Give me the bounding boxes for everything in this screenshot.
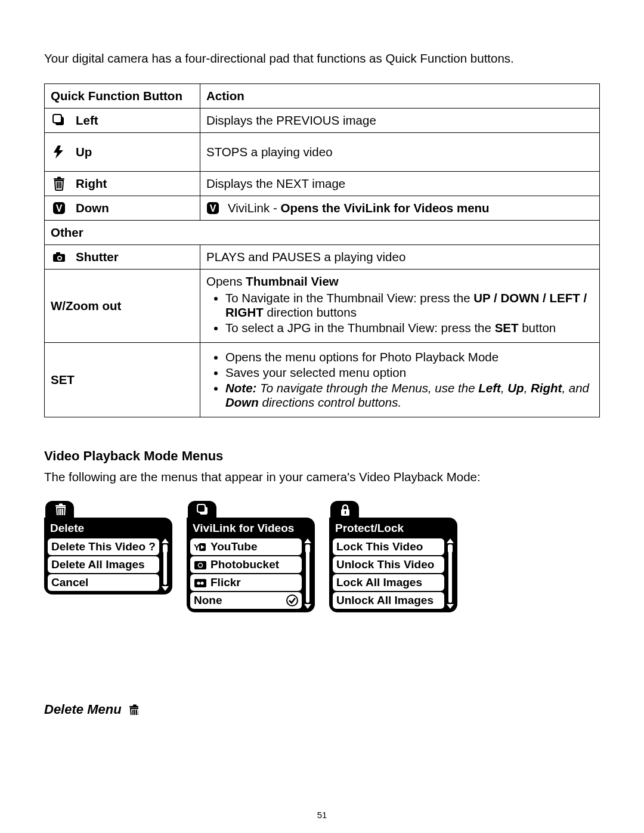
scrollbar[interactable] [304,538,311,609]
c3: , and [562,381,589,395]
menu-protect: Protect/Lock Lock This Video Unlock This… [329,501,457,612]
table-row: Up STOPS a playing video [45,133,600,172]
action-down-prefix: ViviLink - [228,201,281,215]
set-bold1: Left [478,381,501,395]
set-b1: Opens the menu options for Photo Playbac… [225,350,593,364]
btn-right-label: Right [76,176,107,191]
c2: , [524,381,531,395]
menu-item-flickr[interactable]: Flickr [190,574,302,591]
menu-delete: Delete Delete This Video ? Delete All Im… [44,501,172,594]
video-playback-sub: The following are the menus that appear … [44,470,600,484]
menu-vivilink: ViviLink for Videos YouTube Photobucket [187,501,315,612]
youtube-label: YouTube [210,540,257,553]
page-number: 51 [0,810,644,820]
youtube-icon [194,541,207,552]
quick-function-table: Quick Function Button Action Left Displa… [44,83,600,417]
delete-tab-icon [45,501,74,518]
table-row: Down ViviLink - Opens the ViviLink for V… [45,196,600,221]
wzoom-b1-suffix: direction buttons [264,305,357,319]
table-row: Right Displays the NEXT image [45,172,600,196]
menu-item-delete-all[interactable]: Delete All Images [48,556,159,573]
set-t2: directions control buttons. [259,395,401,409]
menu-item-youtube[interactable]: YouTube [190,538,302,555]
menu-item-lock-all[interactable]: Lock All Images [333,574,444,591]
intro-text: Your digital camera has a four-direction… [44,51,600,66]
trash-icon [51,176,67,191]
flickr-icon [194,577,207,588]
btn-set-label: SET [45,343,200,417]
menu-item-unlock-this[interactable]: Unlock This Video [333,556,444,573]
wzoom-b2-bold: SET [495,321,519,335]
photobucket-label: Photobucket [210,558,279,571]
table-row: W/Zoom out Opens Thumbnail View To Navig… [45,270,600,343]
vivilink-tab-icon [188,501,216,518]
set-note: Note: [225,381,256,395]
flash-icon [51,145,67,159]
btn-shutter-label: Shutter [76,250,119,264]
action-left: Displays the PREVIOUS image [200,109,600,133]
v-badge-icon [51,202,67,215]
menu-item-delete-this[interactable]: Delete This Video ? [48,538,159,555]
menu-item-none[interactable]: None [190,592,302,609]
v-badge-icon [206,202,219,215]
set-b2: Saves your selected menu option [225,366,593,380]
action-up: STOPS a playing video [200,133,600,172]
lock-tab-icon [330,501,359,518]
table-row: Other [45,221,600,245]
manual-page: Your digital camera has a four-direction… [0,0,644,833]
menu-item-unlock-all[interactable]: Unlock All Images [333,592,444,609]
wzoom-b2-suffix: button [519,321,556,335]
check-icon [286,594,298,606]
none-label: None [194,594,222,607]
btn-down-label: Down [76,201,109,215]
delete-menu-heading: Delete Menu [44,702,600,717]
set-t1: To navigate through the Menus, use the [256,381,478,395]
menus-row: Delete Delete This Video ? Delete All Im… [44,501,600,612]
camera-icon [51,250,67,264]
wzoom-b1-prefix: To Navigate in the Thumbnail View: press… [225,291,473,305]
flickr-label: Flickr [210,576,241,589]
table-row: Left Displays the PREVIOUS image [45,109,600,133]
table-row: SET Opens the menu options for Photo Pla… [45,343,600,417]
table-row: Shutter PLAYS and PAUSES a playing video [45,245,600,270]
scrollbar[interactable] [162,538,169,591]
wzoom-line1-prefix: Opens [206,274,246,288]
action-shutter: PLAYS and PAUSES a playing video [200,245,600,270]
delete-menu-label: Delete Menu [44,702,122,717]
menu-delete-title: Delete [48,521,169,538]
btn-up-label: Up [76,145,92,159]
menu-item-lock-this[interactable]: Lock This Video [333,538,444,555]
c1: , [501,381,507,395]
wzoom-line1-bold: Thumbnail View [246,274,339,288]
th-action: Action [200,84,600,109]
action-down-bold: Opens the ViviLink for Videos menu [281,201,490,215]
set-bold4: Down [225,395,259,409]
action-right: Displays the NEXT image [200,172,600,196]
btn-wzoom-label: W/Zoom out [45,270,200,343]
menu-item-cancel[interactable]: Cancel [48,574,159,591]
scrollbar[interactable] [447,538,454,609]
menu-vivilink-title: ViviLink for Videos [190,521,311,538]
other-header: Other [45,221,600,245]
menu-protect-title: Protect/Lock [333,521,454,538]
photobucket-icon [194,559,207,570]
set-bold3: Right [531,381,562,395]
video-playback-heading: Video Playback Mode Menus [44,448,600,464]
set-bold2: Up [507,381,524,395]
wzoom-b2-prefix: To select a JPG in the Thumbnail View: p… [225,321,495,335]
menu-item-photobucket[interactable]: Photobucket [190,556,302,573]
th-button: Quick Function Button [45,84,200,109]
btn-left-label: Left [76,113,98,128]
trash-icon [128,704,138,715]
previous-icon [51,113,67,128]
